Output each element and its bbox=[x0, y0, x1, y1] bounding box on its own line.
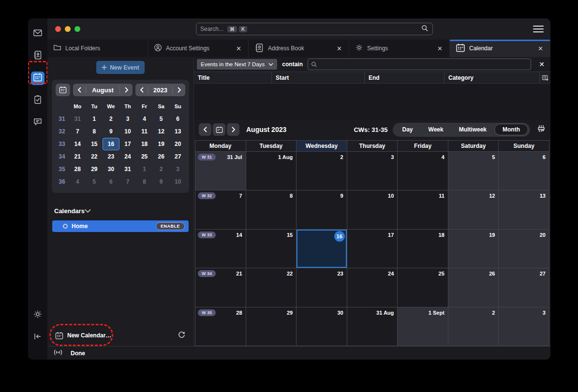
tab-account-settings[interactable]: Account Settings✕ bbox=[148, 40, 249, 57]
month-cell[interactable]: 3 bbox=[499, 307, 549, 346]
month-cell[interactable]: 15 bbox=[246, 230, 296, 268]
month-cell[interactable]: 26 bbox=[448, 268, 499, 306]
mini-day[interactable]: 10 bbox=[119, 125, 136, 138]
month-cell[interactable]: 24 bbox=[347, 268, 398, 306]
month-cell[interactable]: 9 bbox=[296, 190, 347, 229]
month-cell[interactable]: 2 bbox=[296, 152, 347, 190]
close-tab-icon[interactable]: ✕ bbox=[235, 45, 242, 52]
sidebar-item-chat[interactable] bbox=[31, 116, 44, 130]
mini-day[interactable]: 23 bbox=[103, 150, 119, 163]
month-cell[interactable]: 3 bbox=[347, 152, 398, 190]
calendar-list-item-home[interactable]: HomeENABLE bbox=[52, 220, 189, 232]
close-filter-icon[interactable]: ✕ bbox=[536, 60, 548, 68]
month-cell[interactable]: 27 bbox=[499, 268, 549, 306]
view-mode-week[interactable]: Week bbox=[421, 124, 451, 135]
sidebar-item-address-book[interactable] bbox=[31, 49, 44, 63]
month-cell[interactable]: 6 bbox=[499, 152, 549, 190]
view-mode-month[interactable]: Month bbox=[494, 124, 528, 135]
rotate-view-icon[interactable] bbox=[537, 124, 546, 135]
month-cell[interactable]: 11 bbox=[398, 190, 448, 229]
month-cell-today[interactable]: 16 bbox=[296, 230, 347, 268]
mini-day[interactable]: 1 bbox=[86, 113, 103, 125]
month-cell[interactable]: 5 bbox=[448, 152, 499, 190]
month-cell[interactable]: 22 bbox=[246, 268, 296, 306]
prev-month-icon[interactable] bbox=[73, 87, 86, 93]
month-cell[interactable]: 17 bbox=[347, 230, 398, 268]
mini-day[interactable]: 4 bbox=[136, 113, 153, 125]
zoom-window-button[interactable] bbox=[74, 26, 80, 32]
sidebar-item-calendar[interactable] bbox=[31, 72, 44, 85]
mini-day[interactable]: 17 bbox=[119, 138, 136, 150]
month-cell[interactable]: 12 bbox=[448, 190, 499, 229]
mini-day[interactable]: 26 bbox=[153, 150, 170, 163]
mini-day[interactable]: 2 bbox=[103, 113, 119, 125]
month-cell[interactable]: 10 bbox=[347, 190, 398, 229]
mini-day[interactable]: 9 bbox=[153, 175, 170, 188]
mini-day[interactable]: 25 bbox=[136, 150, 153, 163]
close-window-button[interactable] bbox=[55, 26, 61, 32]
mini-day[interactable]: 13 bbox=[169, 125, 186, 138]
tab-local-folders[interactable]: Local Folders bbox=[47, 40, 148, 57]
next-month-icon[interactable] bbox=[120, 87, 133, 93]
month-cell[interactable]: W 3131 Jul bbox=[195, 152, 246, 190]
enable-badge[interactable]: ENABLE bbox=[156, 222, 185, 230]
mini-day[interactable]: 10 bbox=[169, 175, 186, 188]
mini-day[interactable]: 3 bbox=[119, 113, 136, 125]
month-cell[interactable]: W 3421 bbox=[195, 268, 246, 306]
month-cell[interactable]: W 3314 bbox=[195, 230, 246, 268]
mini-day[interactable]: 11 bbox=[136, 125, 153, 138]
column-header-category[interactable]: Category bbox=[445, 72, 540, 83]
minimize-window-button[interactable] bbox=[65, 26, 71, 32]
event-filter-dropdown[interactable]: Events in the Next 7 Days bbox=[197, 59, 277, 70]
month-cell[interactable]: W 327 bbox=[195, 190, 246, 229]
month-cell[interactable]: 19 bbox=[448, 230, 499, 268]
tab-calendar[interactable]: Calendar✕ bbox=[450, 40, 550, 57]
month-cell[interactable]: 8 bbox=[246, 190, 296, 229]
next-period-button[interactable] bbox=[227, 123, 239, 136]
global-search-input[interactable]: Search... ⌘ K bbox=[196, 23, 433, 35]
month-cell[interactable]: 20 bbox=[499, 230, 549, 268]
mini-day[interactable]: 12 bbox=[153, 125, 170, 138]
mini-day[interactable]: 3 bbox=[169, 163, 186, 175]
close-tab-icon[interactable]: ✕ bbox=[537, 45, 544, 52]
month-cell[interactable]: 4 bbox=[398, 152, 448, 190]
month-cell[interactable]: 31 Aug bbox=[347, 307, 398, 346]
mini-day[interactable]: 5 bbox=[153, 113, 170, 125]
mini-day[interactable]: 8 bbox=[86, 125, 103, 138]
column-header-start[interactable]: Start bbox=[272, 72, 365, 83]
tab-address-book[interactable]: Address Book✕ bbox=[249, 40, 349, 57]
month-cell[interactable]: 30 bbox=[296, 307, 347, 346]
new-calendar-button[interactable]: New Calendar… bbox=[55, 332, 111, 340]
mini-day[interactable]: 8 bbox=[136, 175, 153, 188]
view-mode-multiweek[interactable]: Multiweek bbox=[451, 124, 494, 135]
app-menu-icon[interactable] bbox=[533, 24, 544, 34]
mini-day[interactable]: 20 bbox=[169, 138, 186, 150]
mini-day[interactable]: 30 bbox=[103, 163, 119, 175]
mini-day[interactable]: 31 bbox=[69, 113, 86, 125]
view-mode-day[interactable]: Day bbox=[395, 124, 421, 135]
sidebar-item-tasks[interactable] bbox=[31, 94, 44, 107]
month-cell[interactable]: 1 Sept bbox=[398, 307, 448, 346]
prev-year-icon[interactable] bbox=[135, 87, 148, 93]
mini-day[interactable]: 7 bbox=[69, 125, 86, 138]
new-event-button[interactable]: New Event bbox=[96, 61, 145, 74]
mini-day[interactable]: 18 bbox=[136, 138, 153, 150]
column-picker-icon[interactable] bbox=[540, 72, 550, 83]
mini-day[interactable]: 1 bbox=[136, 163, 153, 175]
mini-day[interactable]: 2 bbox=[153, 163, 170, 175]
mini-day[interactable]: 22 bbox=[86, 150, 103, 163]
mini-day[interactable]: 15 bbox=[86, 138, 103, 150]
mini-day[interactable]: 27 bbox=[169, 150, 186, 163]
sidebar-item-settings[interactable] bbox=[31, 308, 44, 322]
chevron-down-icon[interactable] bbox=[85, 207, 91, 215]
month-cell[interactable]: 13 bbox=[499, 190, 549, 229]
mini-day-selected[interactable]: 16 bbox=[103, 138, 119, 150]
sync-calendars-icon[interactable] bbox=[178, 331, 186, 341]
mini-day[interactable]: 6 bbox=[103, 175, 119, 188]
mini-day[interactable]: 29 bbox=[86, 163, 103, 175]
column-header-end[interactable]: End bbox=[365, 72, 445, 83]
mini-day[interactable]: 4 bbox=[69, 175, 86, 188]
mini-day[interactable]: 9 bbox=[103, 125, 119, 138]
column-header-title[interactable]: Title bbox=[194, 72, 272, 83]
tab-settings[interactable]: Settings✕ bbox=[349, 40, 450, 57]
